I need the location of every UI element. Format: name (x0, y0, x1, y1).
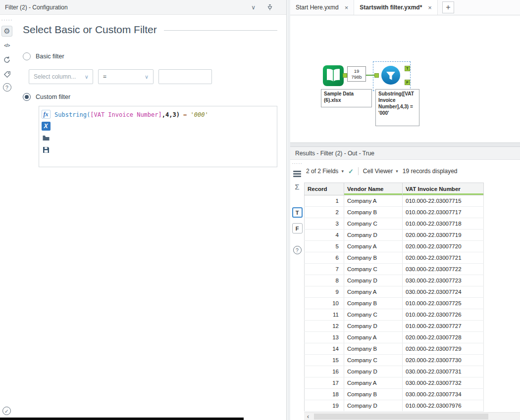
vendor-name-cell[interactable]: Company A (344, 195, 403, 207)
table-row[interactable]: 15Company C020.000-22.03007730 (305, 355, 484, 366)
table-row[interactable]: 11Company C010.000-22.03007726 (305, 309, 484, 321)
record-cell[interactable]: 1 (305, 195, 344, 207)
vat-invoice-number-cell[interactable]: 010.000-22.03007976 (403, 400, 484, 412)
folder-icon[interactable] (42, 134, 51, 142)
column-header-vat-invoice-number[interactable]: VAT Invoice Number (403, 183, 484, 195)
vendor-name-cell[interactable]: Company C (344, 309, 403, 321)
vat-invoice-number-cell[interactable]: 030.000-22.03007731 (403, 366, 484, 377)
help-icon[interactable]: ? (3, 83, 11, 92)
check-circle-icon[interactable]: ✓ (2, 407, 11, 415)
save-icon[interactable] (42, 145, 51, 154)
apply-checkmark-icon[interactable]: ✓ (348, 168, 354, 175)
table-row[interactable]: 8Company D030.000-22.03007723 (305, 275, 484, 286)
vat-invoice-number-cell[interactable]: 030.000-22.03007732 (403, 377, 484, 389)
vat-invoice-number-cell[interactable]: 020.000-22.03007719 (403, 230, 484, 241)
column-header-record[interactable]: Record (305, 183, 344, 195)
true-output-tab[interactable]: T (292, 207, 303, 218)
true-output-anchor[interactable]: T (405, 66, 410, 71)
workflow-canvas[interactable]: 19 798b T F Sample Data (6).xlsx Substri… (290, 15, 520, 142)
vat-invoice-number-cell[interactable]: 010.000-22.03007726 (403, 309, 484, 321)
filter-value-input[interactable] (158, 69, 212, 84)
drag-handle-icon[interactable]: ····· (292, 162, 303, 165)
close-icon[interactable]: × (428, 4, 432, 11)
vendor-name-cell[interactable]: Company C (344, 355, 403, 366)
table-row[interactable]: 9Company A030.000-22.03007724 (305, 286, 484, 298)
vat-invoice-number-cell[interactable]: 020.000-22.03007728 (403, 332, 484, 343)
table-row[interactable]: 18Company B030.000-22.03007734 (305, 389, 484, 400)
vendor-name-cell[interactable]: Company A (344, 286, 403, 298)
vat-invoice-number-cell[interactable]: 010.000-22.03007727 (403, 321, 484, 332)
custom-filter-radio[interactable] (23, 93, 31, 101)
vat-invoice-number-cell[interactable]: 020.000-22.03007729 (403, 343, 484, 355)
record-cell[interactable]: 2 (305, 207, 344, 218)
record-cell[interactable]: 18 (305, 389, 344, 400)
record-cell[interactable]: 11 (305, 309, 344, 321)
vat-invoice-number-cell[interactable]: 020.000-22.03007730 (403, 355, 484, 366)
table-row[interactable]: 12Company D010.000-22.03007727 (305, 321, 484, 332)
record-cell[interactable]: 15 (305, 355, 344, 366)
vendor-name-cell[interactable]: Company A (344, 332, 403, 343)
output-anchor[interactable] (343, 73, 347, 78)
table-row[interactable]: 17Company A030.000-22.03007732 (305, 377, 484, 389)
record-cell[interactable]: 7 (305, 264, 344, 275)
scroll-left-icon[interactable]: ‹ (304, 413, 312, 420)
sum-icon[interactable]: Σ (295, 183, 299, 191)
table-row[interactable]: 6Company B020.000-22.03007721 (305, 252, 484, 264)
vat-invoice-number-cell[interactable]: 030.000-22.03007734 (403, 389, 484, 400)
functions-icon[interactable]: fx (42, 110, 51, 119)
record-cell[interactable]: 10 (305, 298, 344, 309)
tab-startswith-filter[interactable]: Startswith filter.yxmd* × (354, 0, 438, 15)
vat-invoice-number-cell[interactable]: 030.000-22.03007723 (403, 275, 484, 286)
input-data-tool-icon[interactable] (323, 65, 344, 86)
vendor-name-cell[interactable]: Company B (344, 389, 403, 400)
variables-icon[interactable]: X (42, 122, 51, 131)
cell-viewer-dropdown[interactable]: Cell Viewer ▾ (363, 168, 398, 175)
vendor-name-cell[interactable]: Company C (344, 218, 403, 230)
vendor-name-cell[interactable]: Company A (344, 377, 403, 389)
add-tab-button[interactable]: + (442, 1, 454, 13)
vendor-name-cell[interactable]: Company D (344, 321, 403, 332)
canvas-results-splitter[interactable] (290, 142, 520, 147)
table-row[interactable]: 3Company C010.000-22.03007718 (305, 218, 484, 230)
scrollbar-thumb[interactable] (314, 414, 488, 420)
input-tool-annotation[interactable]: Sample Data (6).xlsx (321, 89, 372, 107)
record-cell[interactable]: 13 (305, 332, 344, 343)
expression-input[interactable]: Substring([VAT Invoice Number],4,3) = '0… (54, 111, 208, 118)
vendor-name-cell[interactable]: Company D (344, 400, 403, 412)
table-row[interactable]: 5Company A020.000-22.03007720 (305, 241, 484, 252)
table-row[interactable]: 16Company D030.000-22.03007731 (305, 366, 484, 377)
vendor-name-cell[interactable]: Company A (344, 241, 403, 252)
record-cell[interactable]: 4 (305, 230, 344, 241)
record-cell[interactable]: 6 (305, 252, 344, 264)
table-row[interactable]: 1Company A010.000-22.03007715 (305, 195, 484, 207)
pin-icon[interactable] (266, 4, 273, 11)
tag-icon[interactable] (1, 69, 12, 80)
record-cell[interactable]: 12 (305, 321, 344, 332)
record-cell[interactable]: 8 (305, 275, 344, 286)
vat-invoice-number-cell[interactable]: 010.000-22.03007725 (403, 298, 484, 309)
table-row[interactable]: 13Company A020.000-22.03007728 (305, 332, 484, 343)
fields-dropdown[interactable]: 2 of 2 Fields ▾ (306, 168, 344, 175)
close-icon[interactable]: × (345, 4, 349, 11)
filter-tool-annotation[interactable]: Substring([VAT Invoice Number],4,3) = '0… (375, 89, 419, 126)
vendor-name-cell[interactable]: Company B (344, 343, 403, 355)
column-header-vendor-name[interactable]: Vendor Name (344, 183, 403, 195)
chevron-down-icon[interactable]: ∨ (80, 70, 93, 84)
code-icon[interactable]: </> (1, 40, 12, 51)
vendor-name-cell[interactable]: Company D (344, 366, 403, 377)
chevron-down-icon[interactable]: ∨ (140, 70, 153, 84)
input-anchor[interactable] (374, 73, 379, 78)
vat-invoice-number-cell[interactable]: 010.000-22.03007717 (403, 207, 484, 218)
vat-invoice-number-cell[interactable]: 020.000-22.03007720 (403, 241, 484, 252)
table-row[interactable]: 4Company D020.000-22.03007719 (305, 230, 484, 241)
record-cell[interactable]: 14 (305, 343, 344, 355)
vendor-name-cell[interactable]: Company B (344, 298, 403, 309)
vat-invoice-number-cell[interactable]: 030.000-22.03007724 (403, 286, 484, 298)
tab-start-here[interactable]: Start Here.yxmd × (290, 0, 354, 15)
vendor-name-cell[interactable]: Company C (344, 264, 403, 275)
record-cell[interactable]: 16 (305, 366, 344, 377)
vat-invoice-number-cell[interactable]: 030.000-22.03007722 (403, 264, 484, 275)
column-select[interactable]: Select column... ∨ (29, 69, 93, 84)
table-row[interactable]: 7Company C030.000-22.03007722 (305, 264, 484, 275)
record-cell[interactable]: 17 (305, 377, 344, 389)
